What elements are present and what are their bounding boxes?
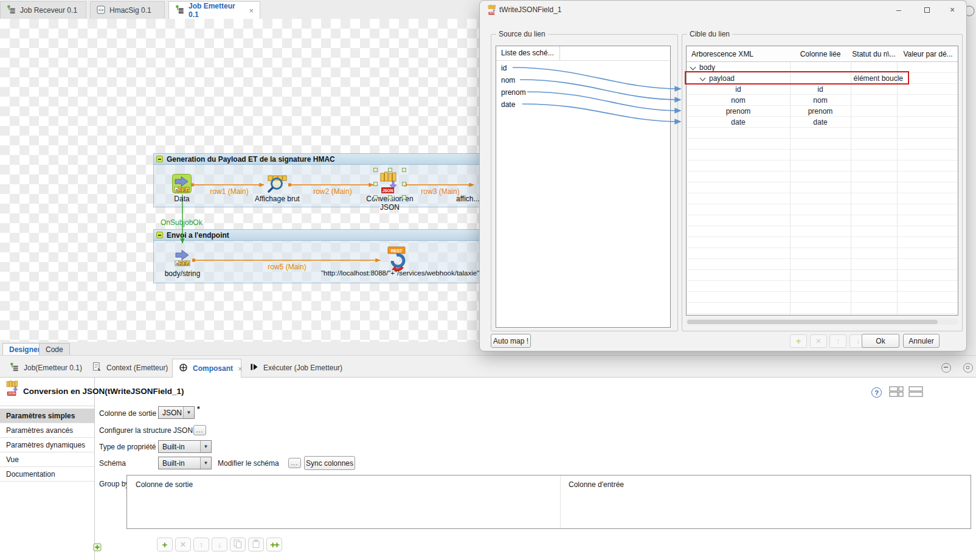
component-affichage-brut-icon[interactable] bbox=[266, 175, 287, 195]
menu-parametres-dynamiques[interactable]: Paramètres dynamiques bbox=[0, 438, 94, 452]
remove-row-button[interactable]: ✕ bbox=[810, 334, 827, 348]
tab-label: HmacSig 0.1 bbox=[109, 6, 151, 15]
schema-row-nom[interactable]: nom bbox=[501, 74, 515, 86]
layout-rows-icon[interactable] bbox=[909, 386, 923, 399]
job-icon bbox=[175, 5, 184, 16]
component-wheel-icon bbox=[179, 363, 188, 374]
auto-map-button[interactable]: Auto map ! bbox=[491, 334, 531, 348]
run-icon bbox=[249, 362, 258, 373]
maximize-view-icon[interactable] bbox=[963, 363, 973, 373]
scrollbar-thumb[interactable] bbox=[687, 320, 938, 324]
xml-tree-table[interactable]: Arborescence XML Colonne liée Statut du … bbox=[686, 46, 958, 316]
add-row-button[interactable]: + bbox=[157, 538, 173, 551]
column-header[interactable]: Arborescence XML bbox=[691, 46, 753, 62]
tab-context[interactable]: Context (Emetteur) bbox=[92, 359, 168, 377]
menu-divider bbox=[94, 378, 95, 560]
selected-value: JSON bbox=[159, 409, 183, 417]
add-all-button[interactable]: ++ bbox=[266, 538, 282, 551]
subjob-header[interactable]: Generation du Payload ET de la signature… bbox=[154, 154, 479, 165]
minimize-button[interactable]: – bbox=[890, 3, 908, 16]
tree-row-date[interactable]: date date bbox=[687, 117, 959, 128]
chevron-down-icon: ▼ bbox=[200, 457, 211, 469]
collapse-icon[interactable] bbox=[156, 156, 163, 162]
subjob-title: Envoi a l'endpoint bbox=[167, 231, 229, 240]
layout-grid-icon[interactable] bbox=[889, 386, 904, 399]
remove-row-button[interactable]: ✕ bbox=[175, 538, 191, 551]
configure-json-ellipsis-button[interactable]: ... bbox=[193, 425, 206, 435]
link-row1-label[interactable]: row1 (Main) bbox=[205, 187, 254, 196]
move-up-button[interactable]: ↑ bbox=[829, 334, 846, 348]
menu-parametres-avances[interactable]: Paramètres avancés bbox=[0, 423, 94, 438]
link-row3-label[interactable]: row3 (Main) bbox=[416, 187, 465, 196]
link-row2-label[interactable]: row2 (Main) bbox=[308, 187, 357, 196]
list-header: Liste des sché... bbox=[501, 49, 554, 57]
tab-composant[interactable]: Composant × bbox=[172, 359, 241, 378]
header-divider bbox=[559, 46, 560, 61]
link-row5-label[interactable]: row5 (Main) bbox=[263, 263, 311, 271]
schema-row-prenom[interactable]: prenom bbox=[501, 86, 526, 99]
edit-schema-ellipsis-button[interactable]: ... bbox=[288, 458, 301, 468]
column-header[interactable]: Colonne liée bbox=[790, 46, 851, 62]
svg-text:2: 2 bbox=[179, 188, 181, 192]
svg-text:a: a bbox=[175, 188, 178, 192]
linked-column: id bbox=[790, 84, 851, 95]
close-button[interactable]: × bbox=[943, 3, 961, 16]
loop-element-highlight bbox=[685, 71, 909, 85]
maximize-button[interactable] bbox=[918, 3, 936, 16]
tab-label: Job Receveur 0.1 bbox=[20, 6, 77, 15]
component-label[interactable]: body/string bbox=[162, 269, 203, 278]
small-add-icon[interactable] bbox=[93, 543, 102, 553]
move-up-button[interactable]: ↑ bbox=[193, 538, 209, 551]
chevron-down-icon[interactable] bbox=[690, 64, 696, 71]
column-header[interactable]: Valeur par dé... bbox=[897, 46, 959, 62]
ok-button[interactable]: Ok bbox=[862, 334, 899, 348]
tree-row-nom[interactable]: nom nom bbox=[687, 95, 959, 106]
tree-row-id[interactable]: id id bbox=[687, 84, 959, 95]
minimize-view-icon[interactable] bbox=[941, 363, 951, 373]
menu-vue[interactable]: Vue bbox=[0, 452, 94, 467]
table-hscrollbar[interactable] bbox=[686, 319, 958, 325]
column-header[interactable]: Statut du n\... bbox=[851, 46, 897, 62]
add-row-button[interactable]: + bbox=[790, 334, 807, 348]
menu-parametres-simples[interactable]: Paramètres simples bbox=[0, 409, 94, 423]
tab-executer[interactable]: Exécuter (Job Emetteur) bbox=[249, 359, 342, 377]
svg-text:JSON: JSON bbox=[382, 188, 393, 193]
close-icon[interactable]: × bbox=[238, 364, 243, 373]
cancel-button[interactable]: Annuler bbox=[903, 334, 940, 348]
component-label[interactable]: Data bbox=[164, 195, 200, 203]
tab-job-receveur[interactable]: Job Receveur 0.1 bbox=[0, 1, 86, 19]
tree-row-prenom[interactable]: prenom prenom bbox=[687, 106, 959, 117]
move-down-button[interactable]: ↓ bbox=[212, 538, 227, 551]
schema-list[interactable]: Liste des sché... id nom prenom date bbox=[496, 46, 671, 328]
tab-code[interactable]: Code bbox=[39, 343, 70, 355]
close-icon[interactable]: × bbox=[249, 6, 254, 15]
menu-documentation[interactable]: Documentation bbox=[0, 467, 94, 482]
schema-select[interactable]: Built-in ▼ bbox=[158, 457, 212, 469]
help-icon[interactable]: ? bbox=[871, 387, 882, 398]
property-type-select[interactable]: Built-in ▼ bbox=[158, 440, 212, 453]
subjob-generation-payload[interactable]: Generation du Payload ET de la signature… bbox=[153, 153, 480, 207]
component-label[interactable]: Affichage brut bbox=[252, 195, 302, 203]
tab-job-emetteur-bottom[interactable]: Job(Emetteur 0.1) bbox=[10, 359, 82, 377]
column-divider bbox=[560, 475, 561, 528]
schema-row-date[interactable]: date bbox=[501, 99, 515, 111]
copy-button[interactable] bbox=[230, 538, 246, 551]
add-icon: + bbox=[162, 539, 168, 550]
component-conversion-json-icon[interactable]: JSON bbox=[375, 170, 404, 198]
collapse-icon[interactable] bbox=[156, 232, 163, 238]
schema-row-id[interactable]: id bbox=[501, 62, 507, 74]
component-data-icon[interactable]: a23z bbox=[172, 174, 192, 195]
app-edge-sliver bbox=[967, 0, 976, 355]
group-by-table[interactable]: Colonne de sortie Colonne d'entrée bbox=[126, 475, 971, 529]
component-body-string-icon[interactable]: a23z bbox=[173, 247, 192, 269]
tab-hmacsig[interactable]: <> HmacSig 0.1 bbox=[90, 1, 165, 19]
trigger-onsubjobok-label[interactable]: OnSubjobOk bbox=[161, 218, 202, 227]
rest-url-label[interactable]: "http://localhost:8088/"+"/services/webh… bbox=[321, 269, 479, 277]
subjob-header[interactable]: Envoi a l'endpoint bbox=[154, 230, 479, 241]
tab-label: Context (Emetteur) bbox=[106, 364, 168, 372]
output-column-select[interactable]: JSON ▼ bbox=[158, 406, 195, 419]
paste-button[interactable] bbox=[248, 538, 264, 551]
sync-columns-button[interactable]: Sync colonnes bbox=[304, 456, 355, 470]
tab-label: Composant bbox=[193, 364, 233, 373]
tab-job-emetteur[interactable]: Job Emetteur 0.1 × bbox=[168, 1, 260, 19]
